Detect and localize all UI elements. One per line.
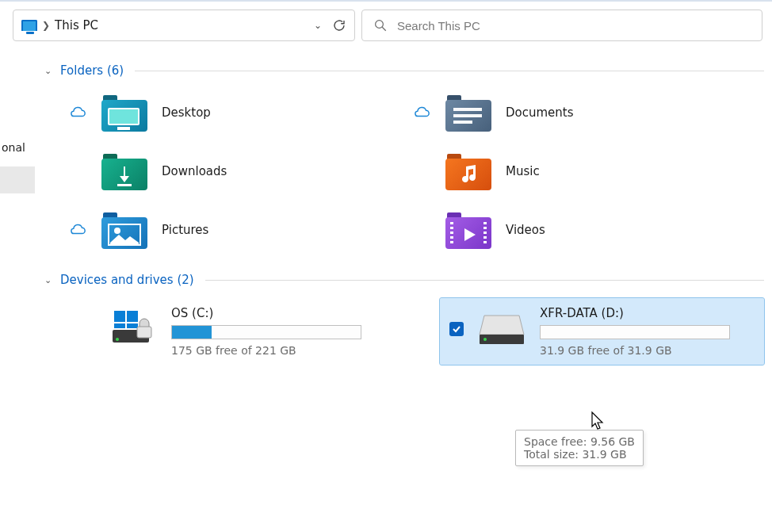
drive-c[interactable]: OS (C:) 175 GB free of 221 GB [100,298,424,365]
svg-point-13 [483,338,487,341]
nav-item-selected-partial[interactable] [0,166,35,193]
address-bar[interactable]: ❯ This PC ⌄ [13,10,355,41]
folder-pictures[interactable]: Pictures [68,211,412,249]
cloud-sync-icon [68,224,87,236]
drive-tooltip: Space free: 9.56 GB Total size: 31.9 GB [515,430,644,466]
drive-free-text: 31.9 GB free of 31.9 GB [540,344,755,357]
folder-label: Videos [506,223,545,237]
collapse-drives[interactable]: ⌄ [44,275,55,285]
videos-folder-icon [445,211,491,249]
folder-label: Music [506,164,540,178]
drive-d[interactable]: XFR-DATA (D:) 31.9 GB free of 31.9 GB [440,298,764,365]
folder-label: Documents [506,105,574,120]
nav-tree-partial[interactable]: onal [0,49,35,193]
chevron-right-icon[interactable]: ❯ [37,20,55,31]
search-icon [373,18,388,33]
refresh-button[interactable] [329,18,350,33]
folder-label: Downloads [162,164,227,178]
cloud-sync-icon [68,106,87,119]
svg-point-4 [114,228,120,234]
drive-usage-bar [171,325,361,339]
search-box[interactable] [361,10,762,41]
music-folder-icon [445,152,491,190]
location-text[interactable]: This PC [55,18,103,33]
os-drive-icon [109,308,157,346]
folder-downloads[interactable]: Downloads [68,152,412,190]
folder-music[interactable]: Music [412,152,756,190]
drive-name: XFR-DATA (D:) [540,306,755,320]
nav-item-partial[interactable]: onal [0,49,35,159]
svg-rect-2 [117,184,132,186]
cloud-sync-icon [412,106,431,119]
collapse-folders[interactable]: ⌄ [44,66,55,76]
folders-header[interactable]: Folders (6) [60,63,124,78]
pictures-folder-icon [101,211,147,249]
drives-header[interactable]: Devices and drives (2) [60,273,194,287]
drive-usage-bar [540,325,730,339]
cursor-icon [590,411,606,431]
drive-free-text: 175 GB free of 221 GB [171,344,415,357]
svg-rect-8 [127,311,138,322]
svg-rect-11 [137,327,151,338]
this-pc-crumb[interactable] [21,20,37,31]
folder-videos[interactable]: Videos [412,211,756,249]
folder-label: Desktop [162,105,211,120]
documents-folder-icon [445,94,491,132]
folder-documents[interactable]: Documents [412,94,756,132]
desktop-folder-icon [101,94,147,132]
history-dropdown[interactable]: ⌄ [307,20,329,31]
hdd-drive-icon [478,308,525,346]
svg-rect-10 [127,323,138,328]
folder-label: Pictures [162,223,208,237]
svg-point-6 [116,338,119,341]
downloads-folder-icon [101,152,147,190]
monitor-icon [21,20,37,31]
svg-rect-7 [114,311,125,322]
drive-name: OS (C:) [171,306,415,320]
selection-checkbox[interactable] [449,322,464,336]
svg-rect-9 [114,323,125,328]
folder-desktop[interactable]: Desktop [68,94,412,132]
svg-point-0 [376,21,384,29]
search-input[interactable] [397,19,751,33]
svg-line-1 [382,27,386,31]
